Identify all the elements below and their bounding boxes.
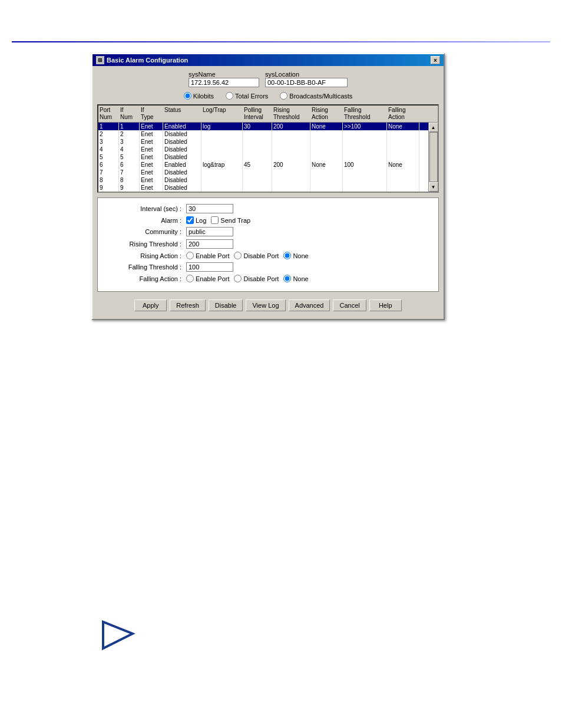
community-row: Community :	[104, 227, 432, 236]
falling-enable-port-label[interactable]: Enable Port	[186, 275, 229, 282]
rising-enable-port-radio[interactable]	[186, 252, 194, 259]
total-errors-radio-label[interactable]: Total Errors	[226, 92, 268, 100]
rising-disable-port-radio[interactable]	[234, 252, 242, 259]
table-cell	[272, 138, 310, 146]
sysname-input[interactable]	[189, 78, 259, 87]
table-cell: Enet	[140, 130, 163, 138]
log-checkbox-label[interactable]: Log	[186, 216, 206, 224]
table-cell	[343, 138, 387, 146]
community-label: Community :	[104, 228, 186, 235]
rising-none-radio[interactable]	[283, 252, 291, 259]
table-cell: Enabled	[163, 161, 201, 169]
table-cell	[201, 138, 243, 146]
kilobits-radio-label[interactable]: Kilobits	[184, 92, 214, 100]
table-cell	[343, 146, 387, 153]
total-errors-radio[interactable]	[226, 92, 233, 100]
table-cell	[343, 184, 387, 192]
table-row[interactable]: 99EnetDisabled	[98, 184, 428, 192]
falling-enable-port-radio[interactable]	[186, 275, 194, 282]
table-cell	[387, 130, 419, 138]
table-scrollbar[interactable]: ▲ ▼	[428, 123, 438, 192]
scroll-up-button[interactable]: ▲	[429, 123, 438, 132]
sysname-row: sysName sysLocation	[97, 71, 439, 87]
falling-disable-port-label[interactable]: Disable Port	[234, 275, 279, 282]
log-checkbox[interactable]	[186, 216, 194, 224]
broadcasts-radio[interactable]	[280, 92, 287, 100]
send-trap-checkbox[interactable]	[211, 216, 219, 224]
table-cell	[201, 130, 243, 138]
th-log-trap: Log/Trap	[201, 106, 243, 121]
table-cell	[343, 176, 387, 184]
table-cell: 3	[119, 138, 140, 146]
table-cell: Disabled	[163, 153, 201, 161]
rising-enable-port-label[interactable]: Enable Port	[186, 252, 229, 259]
table-cell	[310, 169, 343, 176]
scroll-thumb[interactable]	[429, 132, 438, 182]
table-cell	[387, 169, 419, 176]
table-cell	[243, 169, 272, 176]
table-cell: 9	[119, 184, 140, 192]
table-cell: Enet	[140, 153, 163, 161]
falling-threshold-row: Falling Threshold :	[104, 262, 432, 272]
rising-none-text: None	[293, 252, 308, 259]
table-cell	[310, 130, 343, 138]
rising-threshold-input[interactable]	[186, 239, 233, 249]
table-cell	[310, 146, 343, 153]
table-cell: Disabled	[163, 176, 201, 184]
refresh-button[interactable]: Refresh	[170, 299, 206, 311]
table-rows: 11EnetEnabledlog30200None>>100None22Enet…	[98, 123, 428, 192]
scroll-down-button[interactable]: ▼	[429, 182, 438, 192]
table-cell	[343, 169, 387, 176]
falling-action-radio-group: Enable Port Disable Port None	[186, 275, 309, 282]
alarm-label: Alarm :	[104, 217, 186, 224]
close-button[interactable]: ×	[431, 56, 440, 64]
table-rows-container: 11EnetEnabledlog30200None>>100None22Enet…	[98, 123, 428, 192]
table-row[interactable]: 55EnetDisabled	[98, 153, 428, 161]
community-input[interactable]	[186, 227, 233, 236]
table-cell: Enet	[140, 176, 163, 184]
total-errors-label: Total Errors	[235, 93, 268, 100]
table-row[interactable]: 77EnetDisabled	[98, 169, 428, 176]
rising-action-radio-group: Enable Port Disable Port None	[186, 252, 309, 259]
dialog-body: sysName sysLocation Kilobits	[92, 66, 444, 319]
syslocation-label: sysLocation	[265, 71, 348, 78]
table-cell	[387, 176, 419, 184]
table-cell	[272, 146, 310, 153]
table-cell: 200	[272, 161, 310, 169]
falling-action-row: Falling Action : Enable Port Disable Por…	[104, 275, 432, 282]
interval-row: Interval (sec) :	[104, 204, 432, 213]
table-cell	[272, 184, 310, 192]
apply-button[interactable]: Apply	[134, 299, 167, 311]
table-row[interactable]: 33EnetDisabled	[98, 138, 428, 146]
table-cell	[243, 176, 272, 184]
table-row[interactable]: 22EnetDisabled	[98, 130, 428, 138]
interval-input[interactable]	[186, 204, 233, 213]
falling-none-radio[interactable]	[283, 275, 291, 282]
kilobits-radio[interactable]	[184, 92, 191, 100]
alarm-controls: Log Send Trap	[186, 216, 250, 224]
table-row[interactable]: 11EnetEnabledlog30200None>>100None	[98, 123, 428, 130]
rising-disable-port-label[interactable]: Disable Port	[234, 252, 279, 259]
send-trap-checkbox-label[interactable]: Send Trap	[211, 216, 250, 224]
table-cell: 30	[243, 123, 272, 130]
view-log-button[interactable]: View Log	[246, 299, 285, 311]
alarm-row: Alarm : Log Send Trap	[104, 216, 432, 224]
page-container: ⊞ Basic Alarm Configuration × sysName sy…	[0, 0, 562, 728]
disable-button[interactable]: Disable	[209, 299, 243, 311]
table-row[interactable]: 44EnetDisabled	[98, 146, 428, 153]
falling-none-label[interactable]: None	[283, 275, 308, 282]
table-row[interactable]: 88EnetDisabled	[98, 176, 428, 184]
syslocation-input[interactable]	[265, 78, 348, 87]
rising-none-label[interactable]: None	[283, 252, 308, 259]
table-cell: None	[310, 123, 343, 130]
rising-enable-port-text: Enable Port	[196, 252, 229, 259]
falling-disable-port-radio[interactable]	[234, 275, 242, 282]
falling-threshold-input[interactable]	[186, 262, 233, 272]
cancel-button[interactable]: Cancel	[333, 299, 366, 311]
broadcasts-radio-label[interactable]: Broadcasts/Multicasts	[280, 92, 352, 100]
falling-action-label: Falling Action :	[104, 275, 186, 282]
rising-threshold-label: Rising Threshold :	[104, 241, 186, 248]
advanced-button[interactable]: Advanced	[289, 299, 330, 311]
table-row[interactable]: 66EnetEnabledlog&trap45200None100None	[98, 161, 428, 169]
help-button[interactable]: Help	[369, 299, 402, 311]
